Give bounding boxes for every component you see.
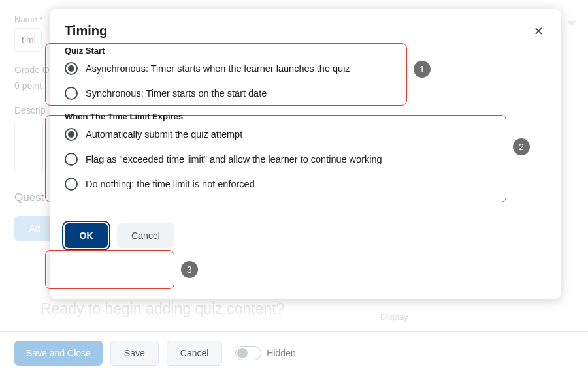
radio-icon — [65, 153, 78, 166]
radio-icon — [65, 128, 78, 141]
radio-async[interactable]: Asynchronous: Timer starts when the lear… — [65, 62, 546, 75]
dialog-cancel-button[interactable]: Cancel — [117, 223, 174, 248]
radio-label: Flag as "exceeded time limit" and allow … — [86, 154, 382, 164]
radio-label: Synchronous: Timer starts on the start d… — [86, 88, 267, 99]
radio-icon — [65, 62, 78, 75]
time-expires-group: When The Time Limit Expires Automaticall… — [65, 112, 546, 191]
toggle-label: Hidden — [267, 348, 295, 358]
radio-auto-submit[interactable]: Automatically submit the quiz attempt — [65, 128, 546, 141]
add-button[interactable]: Ad — [14, 216, 55, 241]
dialog-button-row: OK Cancel — [65, 223, 546, 248]
ok-button[interactable]: OK — [65, 223, 108, 248]
dialog-title: Timing — [65, 23, 107, 39]
cancel-button[interactable]: Cancel — [167, 341, 223, 366]
footer-bar: Save and Close Save Cancel Hidden — [0, 331, 588, 374]
annotation-badge-3: 3 — [181, 261, 198, 278]
timing-dialog: Timing ✕ 1 Quiz Start Asynchronous: Time… — [50, 9, 561, 299]
radio-sync[interactable]: Synchronous: Timer starts on the start d… — [65, 87, 546, 100]
time-expires-title: When The Time Limit Expires — [65, 112, 546, 121]
radio-label: Automatically submit the quiz attempt — [86, 129, 242, 140]
radio-icon — [65, 87, 78, 100]
save-button[interactable]: Save — [110, 341, 159, 366]
radio-flag-exceeded[interactable]: Flag as "exceeded time limit" and allow … — [65, 153, 546, 166]
quiz-start-group: Quiz Start Asynchronous: Timer starts wh… — [65, 46, 546, 100]
display-label: Display — [380, 312, 408, 322]
name-label-text: Name * — [14, 14, 42, 24]
name-input[interactable] — [14, 28, 42, 52]
radio-do-nothing[interactable]: Do nothing: the time limit is not enforc… — [65, 178, 546, 191]
radio-label: Do nothing: the time limit is not enforc… — [86, 179, 255, 189]
quiz-start-title: Quiz Start — [65, 46, 546, 55]
save-and-close-button[interactable]: Save and Close — [14, 341, 103, 366]
description-box[interactable] — [14, 121, 43, 174]
toggle-switch[interactable] — [235, 346, 261, 360]
annotation-outline-3 — [45, 250, 174, 289]
radio-label: Asynchronous: Timer starts when the lear… — [86, 63, 350, 74]
radio-icon — [65, 178, 78, 191]
ready-text: Ready to begin adding quiz content? — [41, 300, 284, 318]
visibility-toggle[interactable]: Hidden — [235, 346, 295, 360]
chevron-down-icon[interactable] — [567, 21, 576, 26]
close-icon[interactable]: ✕ — [531, 23, 546, 39]
